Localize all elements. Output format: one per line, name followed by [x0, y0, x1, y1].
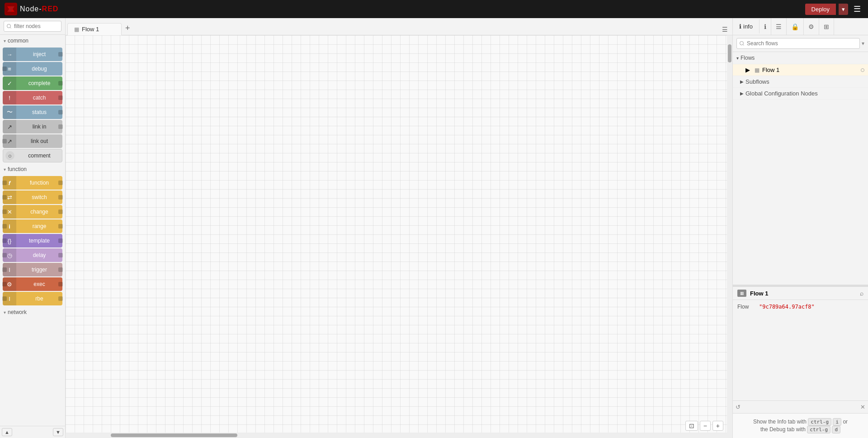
node-delay[interactable]: ◷ delay: [3, 248, 62, 262]
node-change-label: change: [16, 209, 62, 215]
canvas-scrollbar-bottom[interactable]: [66, 433, 727, 438]
category-function[interactable]: ▾ function: [0, 163, 65, 175]
info-icon: ℹ: [739, 23, 741, 30]
node-rbe[interactable]: I rbe: [3, 292, 62, 305]
node-function-port-left: [2, 181, 7, 185]
tab-flow1-icon: ▦: [74, 26, 79, 33]
scroll-down-button[interactable]: ▼: [53, 428, 63, 436]
right-bottom-panel: ▦ Flow 1 ⌕ Flow "9c789a64.97acf8" ↺ ✕: [733, 286, 868, 413]
right-tab-settings-btn[interactable]: ⚙: [804, 18, 819, 35]
node-linkout[interactable]: ↗ link out: [3, 134, 62, 148]
deploy-caret-button[interactable]: ▾: [839, 4, 848, 15]
node-comment[interactable]: ○ comment: [3, 149, 62, 162]
category-common[interactable]: ▾ common: [0, 35, 65, 47]
shortcut-d: d: [832, 426, 840, 433]
node-inject-icon: →: [3, 48, 16, 61]
flow-detail-key: Flow: [737, 304, 755, 310]
node-function[interactable]: f function: [3, 176, 62, 190]
canvas-zoom-out-button[interactable]: −: [700, 421, 711, 431]
canvas-scroll-thumb-bottom[interactable]: [111, 433, 237, 437]
right-tab-grid-btn[interactable]: ⊞: [819, 18, 834, 35]
node-template[interactable]: {} template: [3, 234, 62, 248]
flows-category-header[interactable]: ▾ Flows: [733, 52, 868, 64]
category-network-caret: ▾: [4, 310, 6, 315]
node-change[interactable]: ✕ change: [3, 205, 62, 219]
node-inject[interactable]: → inject: [3, 48, 62, 61]
node-linkin[interactable]: ↗ link in: [3, 120, 62, 133]
node-debug[interactable]: ≡ debug: [3, 62, 62, 76]
info-hint-line1: Show the Info tab with ctrl-g i or: [737, 418, 863, 426]
center-panel: ▦ Flow 1 + ☰ ⊡ − +: [66, 18, 732, 438]
right-tab-flows-btn[interactable]: ☰: [771, 18, 787, 35]
right-tab-info-btn[interactable]: ℹ: [760, 18, 771, 35]
right-bottom-search-btn[interactable]: ⌕: [860, 290, 863, 297]
left-panel: ▾ common → inject ≡ debug ✓ complete: [0, 18, 66, 438]
right-info-panel: Show the Info tab with ctrl-g i or the D…: [733, 413, 868, 438]
scroll-up-button[interactable]: ▲: [2, 428, 12, 436]
right-search-input[interactable]: [736, 38, 860, 49]
node-exec-port-right: [58, 282, 63, 286]
subflows-header[interactable]: ▶ Subflows: [733, 76, 868, 88]
node-function-label: function: [16, 180, 62, 186]
tab-menu-button[interactable]: ☰: [719, 26, 731, 33]
node-change-port-left: [2, 209, 7, 214]
flow-detail-val: "9c789a64.97acf8": [759, 304, 815, 310]
node-status[interactable]: 〜 status: [3, 105, 62, 119]
node-comment-label: comment: [17, 152, 62, 159]
right-bottom-close-btn[interactable]: ✕: [860, 404, 865, 410]
canvas-bottom-controls: ⊡ − +: [685, 421, 723, 431]
node-switch[interactable]: ⇄ switch: [3, 190, 62, 204]
node-complete[interactable]: ✓ complete: [3, 76, 62, 90]
global-config-label: Global Configuration Nodes: [745, 90, 818, 97]
flow-item-icon: ▦: [755, 67, 760, 73]
node-complete-icon: ✓: [3, 76, 16, 90]
logo-text: Node-RED: [20, 5, 58, 13]
category-common-label: common: [8, 38, 28, 44]
node-complete-label: complete: [16, 80, 62, 86]
category-network[interactable]: ▾ network: [0, 306, 65, 318]
hamburger-menu-button[interactable]: ☰: [851, 3, 863, 15]
right-tab-lock-btn[interactable]: 🔒: [787, 18, 804, 35]
right-search-arrow-btn[interactable]: ▾: [862, 40, 864, 47]
node-range-port-left: [2, 224, 7, 229]
node-linkin-icon: ↗: [3, 120, 16, 133]
flow-item-caret: ▶: [745, 67, 750, 73]
canvas-area[interactable]: ⊡ − +: [66, 35, 732, 438]
node-linkin-port-right: [58, 124, 63, 129]
flow-item-flow1[interactable]: ▶ ▦ Flow 1: [733, 64, 868, 76]
right-panel: ℹ info ℹ ☰ 🔒 ⚙ ⊞ ▾ ▾ Flows ▶ ▦ Flow 1: [732, 18, 868, 438]
logo: Node-RED: [5, 3, 58, 15]
canvas-scrollbar-right[interactable]: [727, 35, 732, 438]
node-template-port-left: [2, 238, 7, 243]
tab-flow1[interactable]: ▦ Flow 1: [67, 23, 122, 35]
canvas-scroll-thumb-right[interactable]: [728, 44, 731, 62]
subflows-caret: ▶: [740, 79, 744, 84]
right-bottom-refresh-btn[interactable]: ↺: [736, 404, 741, 410]
shortcut-ctrl-g-1: ctrl-g: [808, 418, 831, 426]
filter-nodes-input[interactable]: [4, 21, 61, 32]
node-catch[interactable]: ! catch: [3, 91, 62, 105]
node-status-label: status: [16, 109, 62, 115]
flow-item-status-dot: [861, 68, 864, 72]
node-range-port-right: [58, 224, 63, 229]
shortcut-i: i: [833, 418, 841, 426]
logo-red: RED: [42, 5, 59, 13]
tab-add-button[interactable]: +: [123, 24, 133, 33]
canvas-fit-button[interactable]: ⊡: [685, 421, 698, 431]
node-exec[interactable]: ⚙ exec: [3, 277, 62, 291]
right-tab-info-label[interactable]: ℹ info: [733, 19, 760, 33]
logo-icon: [5, 3, 17, 15]
info-hint-pre2: the Debug tab with: [760, 426, 806, 433]
node-status-port-right: [58, 110, 63, 114]
node-trigger[interactable]: I trigger: [3, 263, 62, 276]
canvas-zoom-in-button[interactable]: +: [712, 421, 723, 431]
category-network-label: network: [8, 309, 27, 315]
node-switch-port-left: [2, 195, 7, 200]
node-exec-label: exec: [16, 281, 62, 287]
node-delay-label: delay: [16, 252, 62, 258]
deploy-button[interactable]: Deploy: [805, 4, 836, 15]
node-complete-port-right: [58, 81, 63, 86]
category-function-caret: ▾: [4, 167, 6, 172]
global-config-header[interactable]: ▶ Global Configuration Nodes: [733, 88, 868, 100]
node-range[interactable]: i range: [3, 219, 62, 233]
